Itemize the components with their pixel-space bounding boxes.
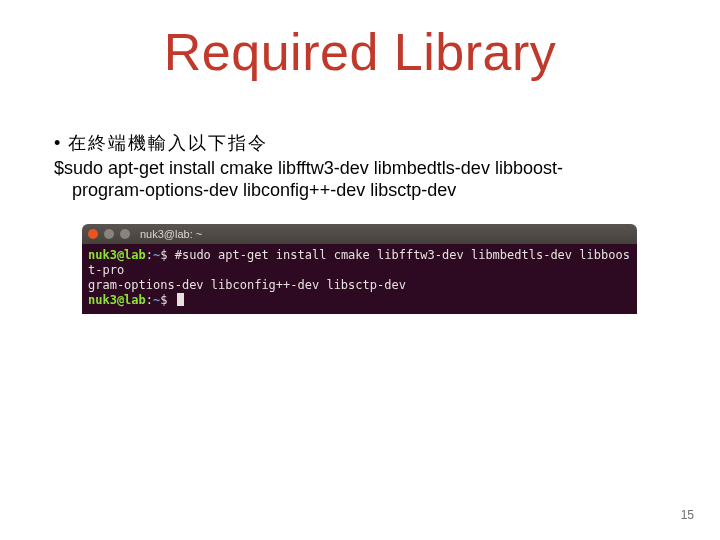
bullet-text: 在終端機輸入以下指令 xyxy=(68,132,666,155)
terminal-title: nuk3@lab: ~ xyxy=(140,228,202,240)
prompt-sep: : xyxy=(146,248,153,262)
prompt-user: nuk3@lab xyxy=(88,248,146,262)
command-line-2: program-options-dev libconfig++-dev libs… xyxy=(54,179,666,202)
minimize-icon xyxy=(104,229,114,239)
prompt-end: $ xyxy=(160,248,174,262)
slide: Required Library • 在終端機輸入以下指令 $sudo apt-… xyxy=(0,0,720,540)
close-icon xyxy=(88,229,98,239)
terminal-line-2: gram-options-dev libconfig++-dev libsctp… xyxy=(88,278,631,293)
terminal-body: nuk3@lab:~$ #sudo apt-get install cmake … xyxy=(82,244,637,314)
prompt-end-2: $ xyxy=(160,293,174,307)
slide-title: Required Library xyxy=(0,22,720,82)
terminal-cmd-1b: gram-options-dev libconfig++-dev libsctp… xyxy=(88,278,406,292)
terminal-line-1: nuk3@lab:~$ #sudo apt-get install cmake … xyxy=(88,248,631,278)
command-line-1: $sudo apt-get install cmake libfftw3-dev… xyxy=(54,157,666,180)
slide-body: • 在終端機輸入以下指令 $sudo apt-get install cmake… xyxy=(54,132,666,202)
terminal-line-3: nuk3@lab:~$ xyxy=(88,293,631,308)
prompt-sep-2: : xyxy=(146,293,153,307)
bullet-row: • 在終端機輸入以下指令 xyxy=(54,132,666,155)
terminal-window: nuk3@lab: ~ nuk3@lab:~$ #sudo apt-get in… xyxy=(82,224,637,314)
cursor-icon xyxy=(177,293,184,306)
maximize-icon xyxy=(120,229,130,239)
page-number: 15 xyxy=(681,508,694,522)
bullet-dot-icon: • xyxy=(54,132,68,155)
terminal-titlebar: nuk3@lab: ~ xyxy=(82,224,637,244)
prompt-user-2: nuk3@lab xyxy=(88,293,146,307)
